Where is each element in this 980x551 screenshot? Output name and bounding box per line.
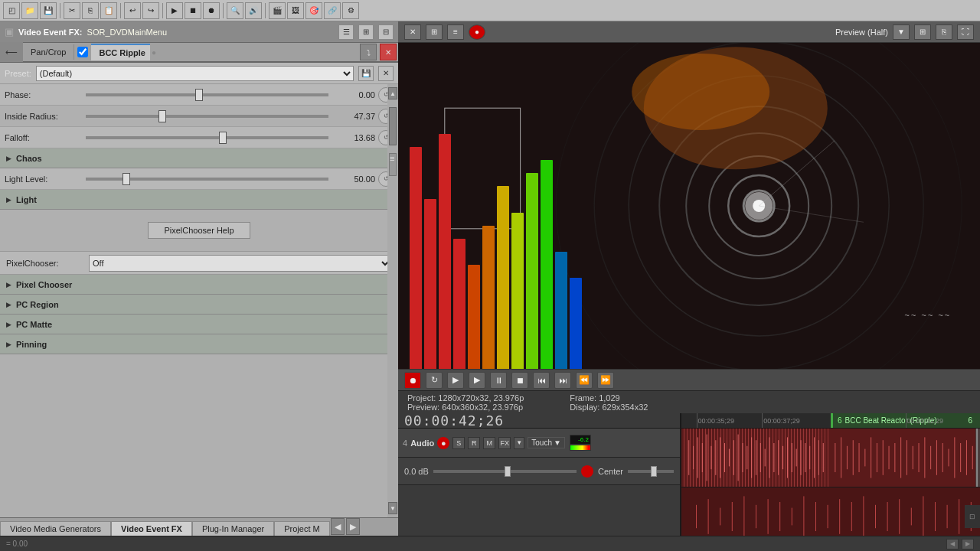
chaos-section[interactable]: ▶ Chaos	[0, 148, 398, 168]
tab-video-event-fx[interactable]: Video Event FX	[111, 521, 192, 536]
pinning-section[interactable]: ▶ Pinning	[0, 334, 398, 354]
phase-slider-thumb[interactable]	[195, 89, 203, 101]
scroll-up-btn[interactable]: ▲	[388, 87, 397, 99]
scroll-thumb-2[interactable]: ≡	[389, 153, 397, 176]
pc-matte-label: PC Matte	[16, 320, 52, 329]
pv-close-btn[interactable]: ✕	[404, 24, 421, 40]
inside-radius-slider-thumb[interactable]	[158, 110, 166, 122]
record-btn[interactable]: ⏺	[404, 372, 421, 389]
tb-btn-cam[interactable]: 🎬	[269, 2, 286, 19]
pv-circle-btn[interactable]: ●	[469, 24, 485, 40]
tab-scroll-right[interactable]: ▶	[346, 518, 360, 535]
scroll-end-indicator: ⊡	[965, 505, 980, 528]
light-level-slider-thumb[interactable]	[122, 173, 130, 185]
effects-btn[interactable]: FX	[498, 437, 511, 449]
pan-slider-thumb[interactable]	[651, 466, 657, 477]
fx-left-btn[interactable]: ⟵	[0, 42, 23, 62]
pv-grid-btn[interactable]: ⊞	[914, 24, 931, 40]
preset-close-icon[interactable]: ✕	[378, 66, 394, 81]
tab-pan-crop[interactable]: Pan/Crop	[23, 44, 74, 60]
track-number: 4	[403, 439, 407, 448]
preview-header: ✕ ⊞ ≡ ● Preview (Half) ▼ ⊞ ⎘ ⛶	[398, 21, 980, 43]
scroll-thumb[interactable]	[389, 107, 397, 145]
light-section[interactable]: ▶ Light	[0, 190, 398, 210]
tb-btn-img[interactable]: 🖼	[287, 2, 304, 19]
pc-region-section[interactable]: ▶ PC Region	[0, 295, 398, 315]
next-btn[interactable]: ⏭	[554, 372, 571, 389]
tb-btn-gear[interactable]: ⚙	[342, 2, 359, 19]
tb-btn-save[interactable]: 💾	[40, 2, 57, 19]
arm-btn[interactable]: R	[468, 437, 480, 449]
pv-copy-btn[interactable]: ⎘	[936, 24, 952, 40]
rewind-btn[interactable]: ⏪	[576, 372, 593, 389]
pv-ext-btn[interactable]: ⊞	[426, 24, 443, 40]
vol-slider-thumb[interactable]	[505, 466, 511, 477]
svg-point-14	[632, 54, 769, 130]
tab-scroll-left[interactable]: ◀	[331, 518, 345, 535]
status-btn-2[interactable]: ▶	[962, 539, 974, 549]
status-btn-1[interactable]: ◀	[946, 539, 959, 549]
monitor-btn[interactable]: M	[483, 437, 495, 449]
tb-btn-cut[interactable]: ✂	[64, 2, 80, 19]
tab-video-media-generators[interactable]: Video Media Generators	[0, 521, 111, 536]
phase-label: Phase:	[5, 90, 81, 99]
preset-save-icon[interactable]: 💾	[358, 66, 374, 81]
pc-matte-section[interactable]: ▶ PC Matte	[0, 315, 398, 334]
fx-title: Video Event FX:	[18, 28, 83, 37]
scroll-down-btn[interactable]: ▼	[388, 502, 397, 514]
tb-btn-stop[interactable]: ⏹	[185, 2, 201, 19]
light-level-row: Light Level: 50.00 ↺	[0, 168, 398, 190]
tb-btn-paste[interactable]: 📋	[100, 2, 117, 19]
touch-dropdown[interactable]: Touch ▼	[528, 437, 565, 448]
pixelchooser-select[interactable]: Off On	[89, 255, 392, 272]
bcc-ripple-checkbox[interactable]	[77, 47, 88, 57]
fx-close-btn[interactable]: ✕	[380, 44, 397, 60]
preset-select[interactable]: (Default)	[36, 66, 354, 81]
tab-project-m[interactable]: Project M	[274, 521, 329, 536]
pixelchooser-help-btn[interactable]: PixelChooser Help	[148, 222, 250, 239]
play-from-btn[interactable]: ▶	[469, 372, 485, 389]
tb-btn-undo[interactable]: ↩	[124, 2, 141, 19]
v-scrollbar[interactable]: ▲ ≡ ▼	[387, 84, 398, 517]
falloff-slider-thumb[interactable]	[219, 132, 227, 144]
pv-arrow-down-icon[interactable]: ▼	[893, 24, 910, 40]
tb-btn-zoom[interactable]: 🔍	[227, 2, 243, 19]
fx-grid-icon[interactable]: ⊟	[378, 24, 394, 40]
pixel-chooser-section[interactable]: ▶ Pixel Chooser	[0, 275, 398, 295]
chaos-triangle-icon: ▶	[6, 155, 11, 162]
fx-panel-icon[interactable]: ▣	[5, 26, 14, 37]
falloff-slider-track	[86, 136, 328, 139]
tab-bcc-ripple[interactable]: BCC Ripple	[91, 44, 150, 60]
tb-btn-redo[interactable]: ↪	[142, 2, 159, 19]
pan-slider[interactable]	[628, 470, 674, 473]
prev-btn[interactable]: ⏮	[533, 372, 550, 389]
tb-btn-vol[interactable]: 🔊	[245, 2, 262, 19]
tb-btn-play[interactable]: ▶	[166, 2, 183, 19]
swirl-text: ~~ ~~ ~~	[904, 311, 951, 320]
touch-label: Touch	[531, 439, 552, 447]
tb-btn-target[interactable]: 🎯	[305, 2, 322, 19]
play-btn[interactable]: ▶	[447, 372, 464, 389]
stop-btn[interactable]: ⏹	[511, 372, 528, 389]
tb-btn-copy[interactable]: ⎘	[82, 2, 99, 19]
tb-btn-new[interactable]: ◰	[3, 2, 20, 19]
inside-radius-value: 47.37	[333, 112, 375, 121]
pv-split-btn[interactable]: ≡	[447, 24, 464, 40]
fx-bypass-icon[interactable]: ⤵	[360, 44, 377, 60]
pv-fullscreen-btn[interactable]: ⛶	[957, 24, 974, 40]
vol-slider[interactable]	[433, 470, 577, 473]
solo-btn[interactable]: S	[452, 437, 465, 449]
fx-menu-icon[interactable]: ☰	[338, 24, 354, 40]
vol-record-btn[interactable]	[581, 465, 593, 478]
expand-btn[interactable]: ▼	[514, 437, 524, 449]
tb-btn-record[interactable]: ⏺	[203, 2, 220, 19]
mute-btn[interactable]: ●	[437, 437, 449, 449]
pause-btn[interactable]: ⏸	[490, 372, 507, 389]
ff-btn[interactable]: ⏩	[597, 372, 614, 389]
tab-plugin-manager[interactable]: Plug-In Manager	[192, 521, 274, 536]
tb-btn-link[interactable]: 🔗	[324, 2, 341, 19]
loop-btn[interactable]: ↻	[426, 372, 443, 389]
tb-btn-open[interactable]: 📁	[21, 2, 38, 19]
preview-canvas: ~~ ~~ ~~	[398, 43, 980, 369]
fx-expand-icon[interactable]: ⊞	[358, 24, 374, 40]
